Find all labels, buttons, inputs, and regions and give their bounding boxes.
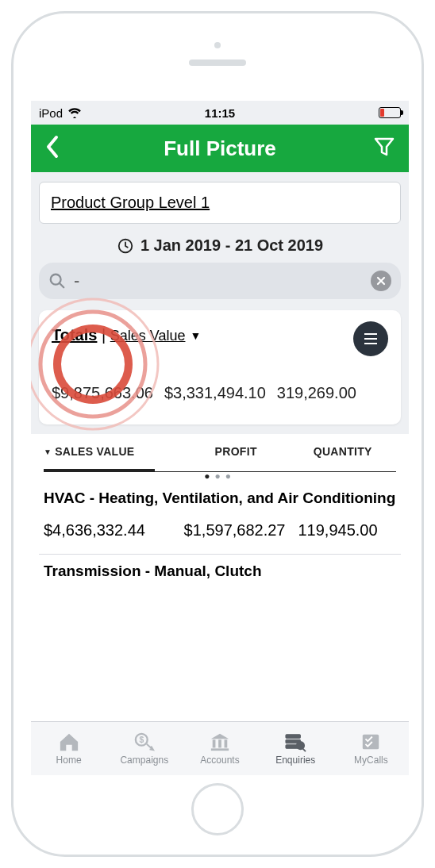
totals-sales: $9,875,663.06	[52, 384, 153, 402]
home-icon	[57, 732, 81, 752]
chevron-left-icon	[44, 134, 61, 159]
svg-rect-8	[286, 735, 301, 739]
home-button[interactable]	[191, 783, 244, 835]
clock-icon	[117, 237, 134, 255]
accounts-icon	[208, 732, 232, 752]
tab-mycalls[interactable]: MyCalls	[333, 722, 409, 775]
table-header: ▼ SALES VALUE PROFIT QUANTITY	[31, 434, 409, 469]
mycalls-icon	[359, 732, 383, 752]
enquiries-icon	[283, 732, 307, 752]
clear-search-button[interactable]	[371, 271, 391, 291]
status-left: iPod	[39, 106, 82, 120]
date-range[interactable]: 1 Jan 2019 - 21 Oct 2019	[31, 224, 409, 263]
svg-text:$: $	[139, 735, 144, 744]
row-profit: $1,597,682.27	[184, 521, 286, 540]
data-table: ▼ SALES VALUE PROFIT QUANTITY ●●● HVAC -…	[31, 434, 409, 721]
status-time: 11:15	[205, 106, 235, 120]
tab-enquiries[interactable]: Enquiries	[258, 722, 333, 775]
row-title: HVAC - Heating, Ventilation, and Air Con…	[44, 490, 396, 507]
totals-profit: $3,331,494.10	[164, 384, 266, 402]
sort-caret-icon: ▼	[44, 447, 52, 456]
date-range-label: 1 Jan 2019 - 21 Oct 2019	[141, 236, 323, 255]
search-input[interactable]	[74, 271, 363, 291]
table-row[interactable]: Transmission - Manual, Clutch	[31, 555, 409, 583]
totals-values: $9,875,663.06 $3,331,494.10 319,269.00	[52, 384, 388, 402]
page-dots[interactable]: ●●●	[31, 470, 409, 482]
carrier-label: iPod	[39, 106, 63, 120]
page-title: Full Picture	[164, 136, 276, 161]
campaigns-icon: $	[133, 732, 156, 752]
svg-rect-4	[213, 739, 216, 747]
caret-down-icon: ▼	[190, 329, 201, 342]
column-sales-value[interactable]: ▼ SALES VALUE	[44, 434, 183, 469]
app-header: Full Picture	[31, 125, 409, 172]
bottom-tab-bar: Home $ Campaigns Accounts	[31, 721, 409, 775]
speaker-dot	[214, 42, 221, 48]
wifi-icon	[67, 107, 82, 118]
row-sales: $4,636,332.44	[44, 521, 171, 540]
svg-rect-7	[211, 748, 229, 751]
speaker-bar	[189, 60, 246, 66]
totals-card: Totals | Sales Value ▼ $9,875,663.06 $3,…	[39, 310, 401, 424]
totals-metric: Sales Value	[110, 328, 186, 344]
search-icon	[48, 272, 66, 290]
totals-heading[interactable]: Totals | Sales Value ▼	[52, 326, 388, 344]
totals-qty: 319,269.00	[277, 384, 356, 402]
back-button[interactable]	[44, 134, 61, 163]
group-selector[interactable]: Product Group Level 1	[39, 182, 401, 224]
close-icon	[376, 276, 386, 286]
funnel-icon	[372, 135, 396, 159]
totals-label: Totals	[52, 326, 97, 344]
column-profit[interactable]: PROFIT	[183, 434, 290, 469]
svg-rect-12	[363, 735, 379, 750]
row-qty: 119,945.00	[298, 521, 396, 540]
svg-point-11	[297, 742, 304, 749]
tab-accounts[interactable]: Accounts	[182, 722, 257, 775]
table-row[interactable]: HVAC - Heating, Ventilation, and Air Con…	[31, 482, 409, 554]
tab-campaigns[interactable]: $ Campaigns	[106, 722, 182, 775]
column-quantity[interactable]: QUANTITY	[289, 434, 396, 469]
totals-sep: |	[97, 326, 110, 344]
filter-button[interactable]	[372, 135, 396, 162]
battery-icon	[379, 107, 401, 118]
svg-rect-6	[225, 739, 228, 747]
tab-home[interactable]: Home	[31, 722, 106, 775]
phone-frame: iPod 11:15 Full Picture	[11, 11, 424, 857]
screen: iPod 11:15 Full Picture	[31, 101, 409, 775]
group-selector-label: Product Group Level 1	[51, 194, 210, 211]
search-bar[interactable]	[39, 263, 401, 299]
status-bar: iPod 11:15	[31, 101, 409, 125]
row-title: Transmission - Manual, Clutch	[44, 563, 396, 580]
card-menu-button[interactable]	[353, 321, 388, 356]
svg-rect-5	[218, 739, 221, 747]
